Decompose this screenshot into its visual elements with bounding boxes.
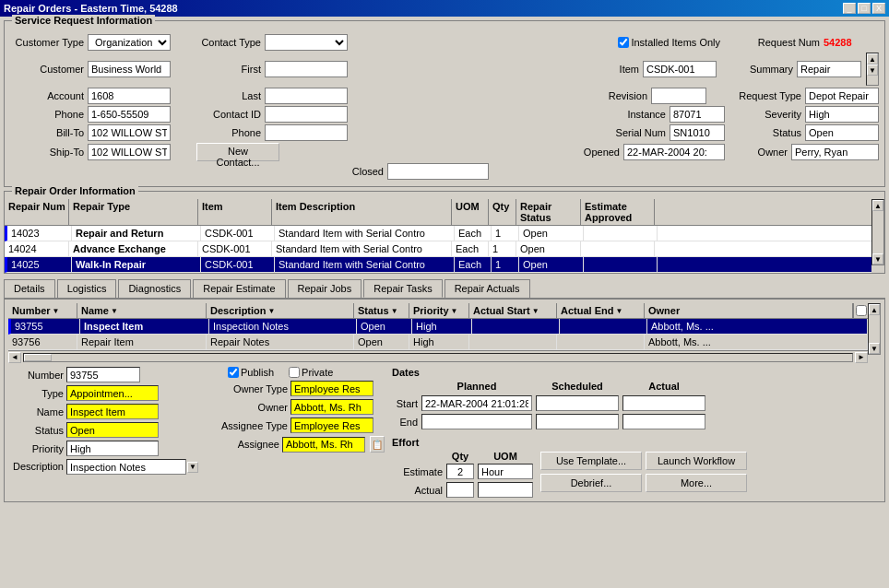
task-row-2[interactable]: 93756 Repair Item Repair Notes Open High… [8, 335, 868, 350]
assignee-type-field[interactable] [290, 417, 373, 433]
contact-type-select[interactable] [265, 34, 348, 51]
type-field[interactable] [66, 385, 159, 401]
scroll-up-btn[interactable]: ▲ [867, 53, 878, 65]
task-row-1[interactable]: 93755 Inspect Item Inspection Notes Open… [8, 319, 868, 335]
estimate-uom-field[interactable] [478, 464, 533, 479]
instance-input[interactable] [670, 106, 725, 123]
maximize-button[interactable]: □ [858, 3, 871, 14]
contact-id-label: Contact ID [196, 109, 261, 120]
request-type-input[interactable] [805, 88, 879, 104]
installed-items-checkbox[interactable] [618, 37, 629, 48]
contact-type-label: Contact Type [196, 37, 261, 48]
cell-status-1: Open [519, 226, 584, 241]
revision-input[interactable] [651, 88, 706, 104]
repair-order-scrollbar[interactable]: ▲ ▼ [871, 199, 884, 265]
repair-row-3[interactable]: 14025 Walk-In Repair CSDK-001 Standard I… [5, 257, 871, 273]
repair-row-2[interactable]: 14024 Advance Exchange CSDK-001 Standard… [5, 241, 871, 257]
priority-field[interactable] [66, 441, 159, 456]
serialnum-input[interactable] [670, 124, 725, 141]
estimate-qty-field[interactable] [446, 464, 474, 479]
cell-repair-type-3: Walk-In Repair [72, 257, 201, 272]
col-item: Item [198, 199, 272, 225]
task-status-2: Open [354, 335, 409, 349]
serialnum-label: Serial Num [615, 127, 666, 138]
closed-input[interactable] [387, 163, 489, 180]
minimize-button[interactable]: _ [843, 3, 856, 14]
tab-repair-tasks[interactable]: Repair Tasks [363, 279, 442, 298]
phone2-input[interactable] [265, 124, 348, 141]
contact-id-input[interactable] [265, 106, 348, 123]
planned-start-field[interactable] [421, 395, 532, 411]
owner-type-field[interactable] [290, 381, 373, 396]
scroll-down-btn[interactable]: ▼ [867, 65, 878, 76]
summary-scrollbar[interactable]: ▲ ▼ [866, 53, 879, 86]
actual-qty-field[interactable] [446, 482, 474, 498]
scheduled-end-field[interactable] [536, 414, 619, 429]
account-input[interactable] [88, 88, 171, 104]
summary-input[interactable] [797, 61, 861, 77]
customer-input[interactable] [88, 61, 171, 77]
publish-label: Publish [241, 367, 274, 378]
number-field[interactable] [66, 367, 140, 382]
hscroll-right[interactable]: ► [855, 352, 868, 363]
task-scroll-up[interactable]: ▲ [869, 304, 880, 315]
owner-input[interactable] [791, 144, 879, 160]
owner-type-label: Owner Type [219, 383, 288, 394]
task-grid-scrollbar[interactable]: ▲ ▼ [868, 303, 881, 355]
form-right: Dates Planned Scheduled Actual Start End [392, 367, 881, 498]
actual-end-field[interactable] [622, 414, 705, 429]
shipto-input[interactable] [88, 144, 171, 160]
planned-end-field[interactable] [421, 414, 532, 429]
task-select-all[interactable] [856, 305, 867, 316]
tab-logistics[interactable]: Logistics [57, 279, 117, 298]
actual-start-field[interactable] [622, 395, 705, 411]
repair-order-title: Repair Order Information [12, 185, 138, 196]
cell-qty-3: 1 [492, 257, 519, 272]
description-scroll[interactable]: ▼ [187, 462, 198, 473]
customer-type-select[interactable]: Organization [88, 34, 171, 51]
first-input[interactable] [265, 61, 348, 77]
tab-repair-actuals[interactable]: Repair Actuals [444, 279, 530, 298]
phone-input[interactable] [88, 106, 171, 123]
repair-row-1[interactable]: 14023 Repair and Return CSDK-001 Standar… [5, 226, 871, 241]
assignee-icon-btn[interactable]: 📋 [370, 436, 385, 453]
window-title: Repair Orders - Eastern Time, 54288 [4, 3, 178, 14]
assignee-field[interactable] [282, 437, 365, 453]
tab-repair-jobs[interactable]: Repair Jobs [288, 279, 362, 298]
task-scroll-down[interactable]: ▼ [869, 343, 880, 354]
actual-uom-field[interactable] [478, 482, 533, 498]
more-button[interactable]: More... [646, 474, 747, 492]
type-label: Type [8, 388, 64, 399]
owner-field[interactable] [290, 399, 373, 415]
debrief-button[interactable]: Debrief... [540, 474, 642, 492]
task-owner-1: Abbott, Ms. ... [647, 319, 868, 334]
use-template-button[interactable]: Use Template... [540, 452, 642, 470]
planned-label: Planned [421, 381, 532, 392]
description-field[interactable] [66, 459, 186, 475]
tab-details[interactable]: Details [4, 279, 55, 298]
tab-repair-estimate[interactable]: Repair Estimate [193, 279, 285, 298]
window-controls[interactable]: _ □ X [843, 3, 885, 14]
private-checkbox[interactable] [289, 367, 300, 378]
publish-checkbox[interactable] [228, 367, 239, 378]
item-input[interactable] [643, 61, 717, 77]
priority-label: Priority [8, 443, 64, 454]
new-contact-button[interactable]: New Contact... [196, 143, 279, 161]
billto-label: Bill-To [10, 127, 84, 138]
close-button[interactable]: X [872, 3, 885, 14]
launch-workflow-button[interactable]: Launch Workflow [646, 452, 747, 470]
hscroll-left[interactable]: ◄ [8, 352, 21, 363]
status-field[interactable] [66, 422, 159, 438]
cell-item-1: CSDK-001 [201, 226, 275, 241]
col-item-desc: Item Description [272, 199, 452, 225]
billto-input[interactable] [88, 124, 171, 141]
name-field[interactable] [66, 404, 159, 419]
scheduled-start-field[interactable] [536, 395, 619, 411]
status-input[interactable] [805, 124, 879, 141]
severity-input[interactable] [805, 106, 879, 123]
scroll-up[interactable]: ▲ [872, 200, 883, 211]
scroll-down[interactable]: ▼ [872, 253, 883, 265]
tab-diagnostics[interactable]: Diagnostics [118, 279, 191, 298]
opened-input[interactable] [623, 144, 725, 160]
last-input[interactable] [265, 88, 348, 104]
